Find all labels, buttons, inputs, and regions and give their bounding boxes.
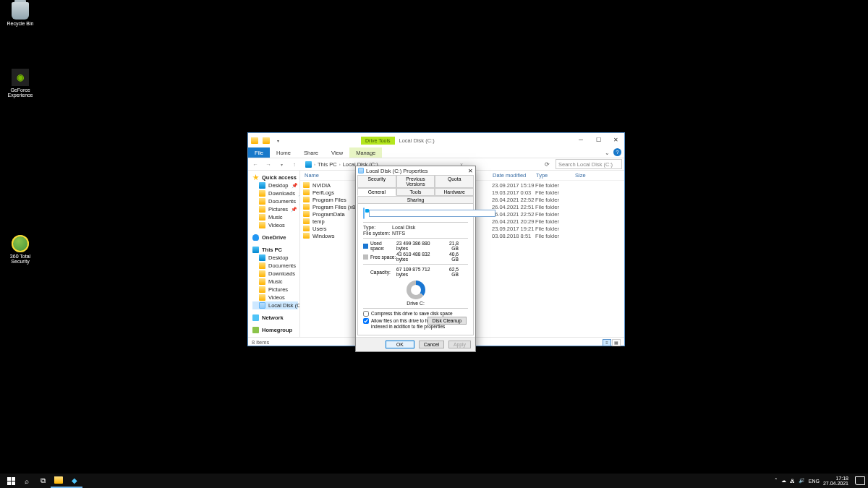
apply-button[interactable]: Apply xyxy=(448,341,471,348)
nav-pc-downloads[interactable]: Downloads xyxy=(252,270,298,278)
nav-recent-icon[interactable]: ▾ xyxy=(276,159,286,169)
file-date: 26.04.2021 22:52 xyxy=(492,211,535,218)
ribbon-share[interactable]: Share xyxy=(297,147,325,158)
nav-pc-music[interactable]: Music xyxy=(252,278,298,286)
videos-icon xyxy=(259,294,265,301)
nav-videos[interactable]: Videos xyxy=(252,221,298,229)
nav-homegroup[interactable]: Homegroup xyxy=(252,326,298,334)
tab-previous-versions[interactable]: Previous Versions xyxy=(396,175,435,188)
view-details-icon[interactable]: ≡ xyxy=(603,339,611,346)
dialog-title: Local Disk (C:) Properties xyxy=(366,168,427,174)
tab-hardware[interactable]: Hardware xyxy=(435,188,474,196)
taskbar-clock[interactable]: 17:18 27.04.2021 xyxy=(823,476,848,486)
file-type: File folder xyxy=(535,218,574,225)
downloads-icon xyxy=(259,190,265,197)
close-button[interactable]: ✕ xyxy=(607,133,624,146)
recycle-bin[interactable]: Recycle Bin xyxy=(4,2,37,26)
tab-sharing[interactable]: Sharing xyxy=(357,196,474,204)
tray-onedrive-icon[interactable]: ☁ xyxy=(781,478,786,484)
geforce-experience[interactable]: ◉ GeForce Experience xyxy=(4,69,37,98)
nav-pc-desktop[interactable]: Desktop xyxy=(252,254,298,262)
nav-desktop[interactable]: Desktop📌 xyxy=(252,181,298,189)
nav-thispc[interactable]: This PC xyxy=(252,246,298,254)
nav-onedrive[interactable]: OneDrive xyxy=(252,234,298,241)
360-label: 360 Total Security xyxy=(4,254,37,264)
nav-pictures[interactable]: Pictures📌 xyxy=(252,205,298,213)
help-icon[interactable]: ? xyxy=(613,148,621,156)
titlebar[interactable]: ▾ Drive Tools Local Disk (C:) ─ ☐ ✕ xyxy=(248,133,624,147)
ribbon-home[interactable]: Home xyxy=(270,147,297,158)
file-date: 26.04.2021 22:52 xyxy=(492,197,535,203)
clock-time: 17:18 xyxy=(823,476,848,481)
nav-pc-documents[interactable]: Documents xyxy=(252,262,298,270)
tray-volume-icon[interactable]: 🔊 xyxy=(799,478,805,484)
nav-documents[interactable]: Documents📌 xyxy=(252,197,298,205)
file-date: 26.04.2021 20:29 xyxy=(492,218,535,225)
taskbar: ⌕ ⧉ ◆ ˄ ☁ 🖧 🔊 ENG 17:18 27.04.2021 xyxy=(0,474,868,488)
system-tray: ˄ ☁ 🖧 🔊 ENG 17:18 27.04.2021 xyxy=(775,476,865,486)
tray-expand-icon[interactable]: ˄ xyxy=(775,478,778,484)
taskbar-explorer[interactable] xyxy=(51,474,67,488)
tab-general[interactable]: General xyxy=(357,188,396,196)
pc-icon xyxy=(305,161,312,168)
properties-dialog: Local Disk (C:) Properties ✕ Security Pr… xyxy=(355,166,476,352)
refresh-icon[interactable]: ⟳ xyxy=(545,161,550,168)
view-icons-icon[interactable]: ▦ xyxy=(612,339,621,346)
qa-dropdown-icon[interactable]: ▾ xyxy=(273,135,283,145)
ribbon-manage[interactable]: Manage xyxy=(349,147,382,158)
search-button[interactable]: ⌕ xyxy=(19,474,35,488)
used-bytes: 23 499 386 880 bytes xyxy=(396,241,441,251)
maximize-button[interactable]: ☐ xyxy=(590,133,607,146)
crumb-thispc[interactable]: This PC xyxy=(318,161,337,168)
nav-pc-pictures[interactable]: Pictures xyxy=(252,286,298,294)
recycle-bin-icon xyxy=(12,2,29,20)
ribbon-file[interactable]: File xyxy=(248,147,270,158)
tab-security[interactable]: Security xyxy=(357,175,396,188)
fs-value: NTFS xyxy=(392,231,405,236)
nav-music[interactable]: Music xyxy=(252,213,298,221)
taskbar-app[interactable]: ◆ xyxy=(67,474,82,488)
nav-network[interactable]: Network xyxy=(252,314,298,322)
col-size[interactable]: Size xyxy=(575,172,604,179)
qa-properties-icon[interactable] xyxy=(261,135,271,145)
disk-cleanup-button[interactable]: Disk Cleanup xyxy=(427,317,467,325)
documents-icon xyxy=(259,262,265,269)
cancel-button[interactable]: Cancel xyxy=(419,341,444,348)
ribbon-expand-icon[interactable]: ⌄ xyxy=(605,150,610,156)
nav-downloads[interactable]: Downloads📌 xyxy=(252,189,298,197)
start-button[interactable] xyxy=(3,474,19,488)
folder-icon xyxy=(303,189,310,195)
used-swatch xyxy=(363,244,368,249)
minimize-button[interactable]: ─ xyxy=(572,133,590,146)
nav-quick-access[interactable]: Quick access xyxy=(252,174,298,181)
free-gb: 40,6 GB xyxy=(441,252,459,262)
task-view-button[interactable]: ⧉ xyxy=(35,474,51,488)
col-date[interactable]: Date modified xyxy=(493,172,536,179)
ribbon-view[interactable]: View xyxy=(325,147,349,158)
downloads-icon xyxy=(259,270,265,277)
videos-icon xyxy=(259,222,265,228)
dialog-titlebar[interactable]: Local Disk (C:) Properties ✕ xyxy=(356,166,475,175)
drive-label-input[interactable] xyxy=(369,210,495,217)
col-type[interactable]: Type xyxy=(536,172,575,179)
dialog-close-icon[interactable]: ✕ xyxy=(468,168,473,174)
nav-pc-videos[interactable]: Videos xyxy=(252,294,298,301)
nav-local-disk[interactable]: Local Disk (C:) xyxy=(252,301,298,309)
tab-quota[interactable]: Quota xyxy=(435,175,474,188)
ok-button[interactable]: OK xyxy=(386,341,414,348)
nav-forward-icon[interactable]: → xyxy=(263,159,273,169)
folder-icon xyxy=(303,218,310,224)
tray-language[interactable]: ENG xyxy=(809,479,820,484)
notification-center-icon[interactable] xyxy=(855,476,865,485)
drive-large-icon xyxy=(363,207,365,219)
tab-tools[interactable]: Tools xyxy=(396,188,435,196)
nav-back-icon[interactable]: ← xyxy=(250,159,260,169)
drive-tools-tab[interactable]: Drive Tools xyxy=(361,137,395,145)
360-total-security[interactable]: 360 Total Security xyxy=(4,235,37,264)
nav-up-icon[interactable]: ↑ xyxy=(289,159,299,169)
tray-network-icon[interactable]: 🖧 xyxy=(790,479,795,484)
free-swatch xyxy=(363,254,368,260)
folder-icon xyxy=(303,204,310,210)
compress-checkbox[interactable]: Compress this drive to save disk space xyxy=(363,311,468,317)
search-input[interactable]: Search Local Disk (C:) xyxy=(556,159,622,169)
